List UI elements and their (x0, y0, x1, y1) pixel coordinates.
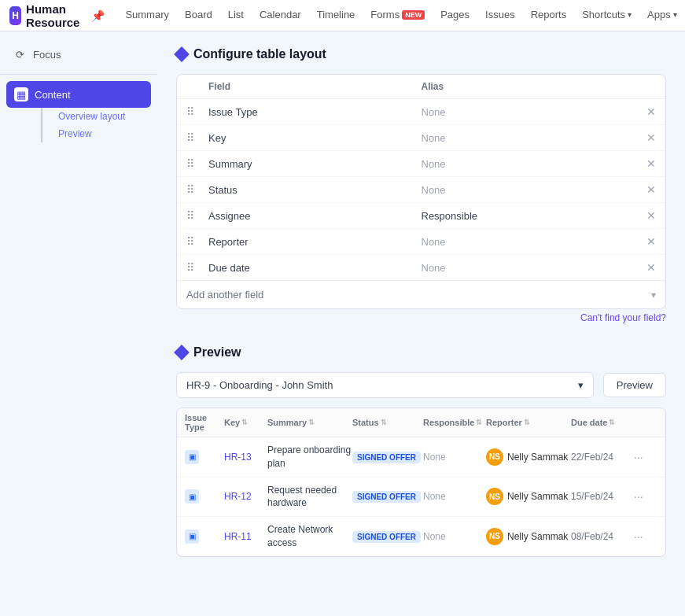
top-bar: H Human Resource 📌 SummaryBoardListCalen… (0, 0, 685, 31)
nav-tab-board[interactable]: Board (177, 0, 220, 31)
nav-tab-summary[interactable]: Summary (117, 0, 177, 31)
responsible-cell-hr-12: None (423, 491, 486, 502)
field-alias-reporter: None (422, 236, 635, 248)
config-table: Field Alias ⠿ Issue Type None ✕ ⠿ Key No… (176, 74, 666, 309)
preview-row-hr-13: ▣ HR-13 Prepare onboarding plan SIGNED O… (177, 437, 665, 478)
preview-button[interactable]: Preview (603, 373, 666, 397)
due-date-cell-hr-11: 08/Feb/24 (571, 531, 634, 542)
field-alias-status: None (422, 184, 635, 196)
chevron-icon: ▾ (673, 10, 677, 19)
more-actions-hr-12[interactable]: ··· (634, 490, 657, 503)
sidebar-item-focus-label: Focus (33, 49, 61, 61)
alias-col-header: Alias (422, 81, 635, 92)
key-cell-hr-13[interactable]: HR-13 (224, 452, 267, 463)
status-cell-hr-13: SIGNED OFFER (352, 452, 423, 463)
th-issue-type: IssueType (185, 413, 224, 432)
reporter-cell-hr-13: NS Nelly Sammak (486, 448, 571, 466)
preview-rows-container: ▣ HR-13 Prepare onboarding plan SIGNED O… (177, 437, 665, 556)
remove-btn-issue-type[interactable]: ✕ (634, 105, 656, 118)
more-actions-hr-13[interactable]: ··· (634, 451, 657, 463)
sidebar-divider (0, 74, 157, 75)
key-cell-hr-12[interactable]: HR-12 (224, 491, 267, 502)
nav-tab-list[interactable]: List (220, 0, 252, 31)
key-cell-hr-11[interactable]: HR-11 (224, 531, 267, 542)
sidebar-sub-nav: Overview layout Preview (0, 108, 157, 142)
preview-row-hr-12: ▣ HR-12 Request needed hardware SIGNED O… (177, 478, 665, 518)
app-logo[interactable]: H Human Resource 📌 (9, 2, 105, 29)
status-badge-hr-13: SIGNED OFFER (352, 452, 421, 463)
reporter-name-hr-13: Nelly Sammak (507, 452, 568, 463)
issue-type-cell-hr-13: ▣ (185, 450, 224, 464)
issue-selector-value: HR-9 - Onboarding - John Smith (186, 379, 333, 391)
drag-handle-due-date[interactable]: ⠿ (186, 261, 208, 274)
config-row-due-date: ⠿ Due date None ✕ (177, 255, 665, 280)
remove-btn-assignee[interactable]: ✕ (634, 209, 656, 222)
field-name-status: Status (208, 184, 422, 196)
field-alias-assignee: Responsible (422, 210, 635, 222)
preview-heading: Preview (176, 345, 666, 360)
reporter-cell-hr-11: NS Nelly Sammak (486, 528, 571, 545)
issue-selector-chevron-icon: ▾ (578, 379, 584, 391)
field-name-assignee: Assignee (208, 210, 422, 222)
status-badge-hr-11: SIGNED OFFER (352, 531, 421, 543)
nav-tab-timeline[interactable]: Timeline (309, 0, 363, 31)
responsible-cell-hr-13: None (423, 452, 486, 463)
nav-tab-apps[interactable]: Apps▾ (639, 0, 685, 31)
nav-tab-pages[interactable]: Pages (433, 0, 477, 31)
config-row-key: ⠿ Key None ✕ (177, 125, 665, 151)
summary-cell-hr-13: Prepare onboarding plan (267, 444, 352, 470)
remove-btn-key[interactable]: ✕ (634, 131, 656, 144)
remove-btn-status[interactable]: ✕ (634, 183, 656, 196)
reporter-name-hr-11: Nelly Sammak (507, 531, 568, 542)
config-row-status: ⠿ Status None ✕ (177, 177, 665, 203)
remove-btn-reporter[interactable]: ✕ (634, 235, 656, 248)
due-date-cell-hr-12: 15/Feb/24 (571, 491, 634, 502)
content-icon: ▦ (14, 87, 28, 101)
nav-tab-calendar[interactable]: Calendar (252, 0, 309, 31)
nav-tab-forms[interactable]: FormsNEW (363, 0, 433, 31)
reporter-cell-hr-12: NS Nelly Sammak (486, 488, 571, 505)
preview-table-header: IssueType Key ⇅ Summary ⇅ Status ⇅ Respo… (177, 408, 665, 437)
drag-handle-status[interactable]: ⠿ (186, 183, 208, 196)
th-summary: Summary ⇅ (267, 413, 352, 432)
pin-icon[interactable]: 📌 (91, 9, 105, 22)
field-name-key: Key (208, 132, 422, 144)
nav-tabs: SummaryBoardListCalendarTimelineFormsNEW… (117, 0, 685, 31)
issue-selector[interactable]: HR-9 - Onboarding - John Smith ▾ (176, 372, 594, 398)
add-field-chevron-icon: ▾ (651, 290, 656, 301)
config-row-summary: ⠿ Summary None ✕ (177, 151, 665, 177)
drag-handle-reporter[interactable]: ⠿ (186, 235, 208, 248)
sidebar-sub-item-overview[interactable]: Overview layout (52, 108, 157, 125)
field-name-reporter: Reporter (208, 236, 422, 248)
sidebar-item-focus[interactable]: ⟳ Focus (0, 41, 157, 68)
remove-btn-due-date[interactable]: ✕ (634, 261, 656, 274)
more-actions-hr-11[interactable]: ··· (634, 530, 657, 543)
issue-type-cell-hr-11: ▣ (185, 529, 224, 544)
drag-handle-assignee[interactable]: ⠿ (186, 209, 208, 222)
field-name-issue-type: Issue Type (208, 106, 422, 118)
field-alias-summary: None (422, 158, 635, 170)
drag-handle-key[interactable]: ⠿ (186, 131, 208, 144)
preview-section: Preview HR-9 - Onboarding - John Smith ▾… (176, 345, 666, 557)
th-status: Status ⇅ (352, 413, 423, 432)
preview-row-hr-11: ▣ HR-11 Create Network access SIGNED OFF… (177, 517, 665, 556)
remove-btn-summary[interactable]: ✕ (634, 157, 656, 170)
cant-find-link[interactable]: Can't find your field? (176, 312, 666, 323)
avatar-hr-12: NS (486, 488, 503, 505)
nav-tab-issues[interactable]: Issues (477, 0, 523, 31)
preview-title: Preview (193, 345, 241, 360)
drag-handle-issue-type[interactable]: ⠿ (186, 105, 208, 118)
add-field-row[interactable]: Add another field ▾ (177, 280, 665, 308)
issue-type-icon-hr-12: ▣ (185, 489, 199, 503)
field-alias-key: None (422, 132, 635, 144)
page-body: ⟳ Focus ▦ Content Overview layout Previe… (0, 31, 685, 616)
nav-tab-reports[interactable]: Reports (523, 0, 575, 31)
sidebar-indent: Overview layout Preview (41, 108, 157, 142)
nav-tab-shortcuts[interactable]: Shortcuts▾ (574, 0, 639, 31)
issue-type-icon-hr-13: ▣ (185, 450, 199, 464)
configure-heading: Configure table layout (176, 47, 666, 61)
sidebar-item-content[interactable]: ▦ Content (6, 81, 151, 108)
sidebar-sub-item-preview[interactable]: Preview (52, 125, 157, 142)
drag-handle-summary[interactable]: ⠿ (186, 157, 208, 170)
config-row-issue-type: ⠿ Issue Type None ✕ (177, 99, 665, 125)
